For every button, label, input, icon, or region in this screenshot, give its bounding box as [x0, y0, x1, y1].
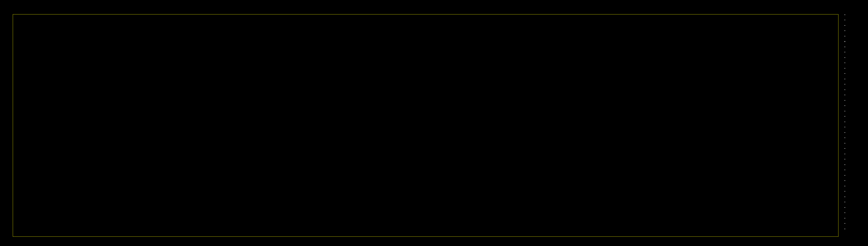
plot-area: [13, 14, 838, 237]
grid-overlay-canvas: [13, 14, 838, 237]
colorbar: [844, 14, 851, 234]
colorbar-tick-marks: [844, 14, 845, 234]
app-root: [0, 0, 868, 246]
